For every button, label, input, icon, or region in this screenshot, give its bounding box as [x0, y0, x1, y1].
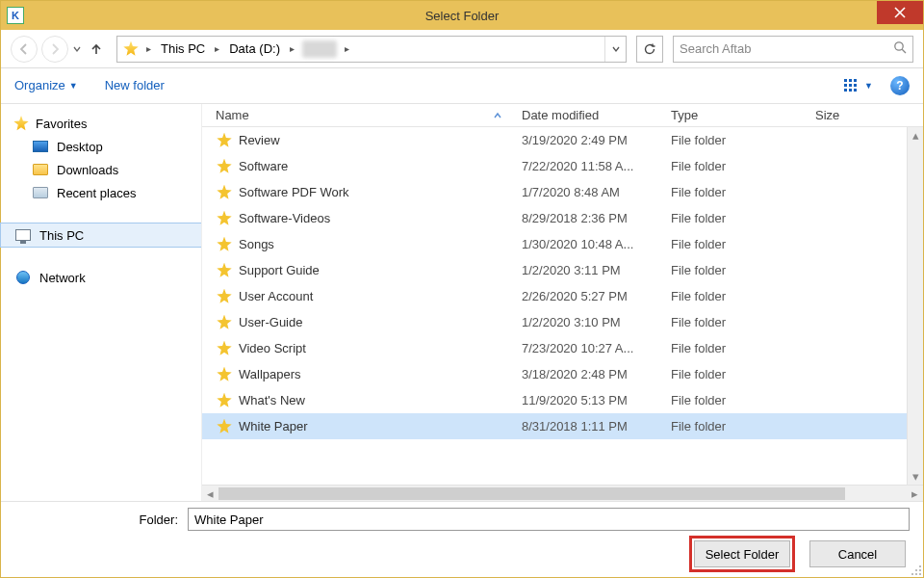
search-input[interactable]	[680, 41, 893, 56]
select-folder-button[interactable]: Select Folder	[694, 540, 790, 567]
file-row[interactable]: Support Guide1/2/2020 3:11 PMFile folder	[202, 257, 907, 283]
scroll-down-arrow[interactable]: ▾	[908, 468, 923, 485]
chevron-right-icon[interactable]: ▸	[341, 43, 353, 54]
file-row[interactable]: What's New11/9/2020 5:13 PMFile folder	[202, 387, 907, 413]
breadcrumb-drive-label: Data (D:)	[229, 41, 280, 56]
scroll-left-arrow[interactable]: ◂	[202, 486, 218, 502]
refresh-button[interactable]	[636, 36, 663, 63]
file-date: 1/2/2020 3:10 PM	[512, 315, 661, 329]
sidebar-item-network[interactable]: Network	[1, 266, 201, 289]
file-name: Songs	[239, 237, 274, 251]
forward-button[interactable]	[41, 36, 68, 63]
resize-grip[interactable]	[908, 562, 921, 575]
file-name: Wallpapers	[239, 367, 301, 381]
recent-locations-dropdown[interactable]	[72, 41, 82, 56]
breadcrumb-drive[interactable]: Data (D:)	[223, 37, 286, 62]
dialog-footer: Folder: Select Folder Cancel	[1, 501, 923, 577]
file-row[interactable]: Songs1/30/2020 10:48 A...File folder	[202, 231, 907, 257]
sidebar-desktop-label: Desktop	[57, 140, 103, 154]
help-button[interactable]: ?	[890, 76, 910, 95]
file-date: 1/7/2020 8:48 AM	[512, 185, 661, 199]
file-row[interactable]: White Paper8/31/2018 1:11 PMFile folder	[202, 413, 907, 439]
folder-name-row: Folder:	[14, 508, 910, 531]
view-options-button[interactable]: ▼	[844, 79, 873, 92]
file-type: File folder	[661, 159, 806, 173]
column-header-size[interactable]: Size	[806, 108, 863, 122]
folder-name-input[interactable]	[188, 508, 910, 531]
breadcrumb-history-dropdown[interactable]	[604, 37, 626, 62]
file-type: File folder	[661, 289, 806, 303]
breadcrumb-bar[interactable]: ▸ This PC ▸ Data (D:) ▸ ▸	[116, 36, 627, 63]
breadcrumb-redacted[interactable]	[302, 40, 337, 58]
file-type: File folder	[661, 237, 806, 251]
file-row[interactable]: Software PDF Work1/7/2020 8:48 AMFile fo…	[202, 179, 907, 205]
arrow-up-icon	[90, 42, 103, 56]
back-button[interactable]	[11, 36, 38, 63]
sidebar-item-desktop[interactable]: Desktop	[1, 135, 201, 158]
sidebar-favorites-header[interactable]: Favorites	[1, 112, 201, 135]
file-row[interactable]: Review3/19/2020 2:49 PMFile folder	[202, 127, 907, 153]
file-date: 8/31/2018 1:11 PM	[512, 419, 661, 434]
scroll-right-arrow[interactable]: ▸	[907, 486, 923, 502]
cancel-button[interactable]: Cancel	[809, 540, 906, 567]
column-header-type[interactable]: Type	[661, 108, 806, 122]
star-icon	[216, 159, 233, 174]
column-size-label: Size	[815, 108, 839, 122]
computer-icon	[14, 227, 32, 243]
file-date: 2/26/2020 5:27 PM	[512, 289, 661, 303]
column-date-label: Date modified	[522, 108, 599, 122]
sidebar-item-recent-places[interactable]: Recent places	[1, 181, 201, 204]
column-header-name[interactable]: Name	[202, 108, 512, 122]
star-icon	[216, 315, 233, 330]
star-icon	[216, 133, 233, 148]
scroll-up-arrow[interactable]: ▴	[908, 127, 923, 144]
file-type: File folder	[661, 133, 806, 147]
close-button[interactable]	[877, 1, 923, 24]
file-row[interactable]: Wallpapers3/18/2020 2:48 PMFile folder	[202, 361, 907, 387]
chevron-down-icon: ▼	[864, 81, 873, 91]
organize-menu[interactable]: Organize ▼	[14, 78, 78, 92]
file-name: Software-Videos	[239, 211, 330, 225]
file-date: 1/2/2020 3:11 PM	[512, 263, 661, 277]
chevron-right-icon[interactable]: ▸	[211, 43, 223, 54]
chevron-down-icon: ▼	[69, 81, 78, 91]
chevron-right-icon[interactable]: ▸	[142, 43, 155, 54]
file-type: File folder	[661, 263, 806, 277]
file-name: Review	[239, 133, 280, 147]
file-row[interactable]: Software-Videos8/29/2018 2:36 PMFile fol…	[202, 205, 907, 231]
new-folder-label: New folder	[105, 78, 165, 92]
navigation-sidebar: Favorites Desktop Downloads Recent place…	[1, 104, 201, 501]
file-name: Software	[239, 159, 288, 173]
file-row[interactable]: Software7/22/2020 11:58 A...File folder	[202, 153, 907, 179]
desktop-icon	[32, 139, 49, 154]
sidebar-item-this-pc[interactable]: This PC	[0, 223, 202, 248]
file-name: User-Guide	[239, 315, 302, 329]
star-icon	[216, 289, 233, 304]
file-row[interactable]: User-Guide1/2/2020 3:10 PMFile folder	[202, 309, 907, 335]
horizontal-scrollbar[interactable]: ◂ ▸	[202, 485, 923, 501]
search-box[interactable]	[673, 36, 913, 63]
file-name: Support Guide	[239, 263, 320, 277]
file-list-pane: Name Date modified Type Size Review3/19/…	[202, 104, 923, 501]
chevron-right-icon[interactable]: ▸	[286, 43, 298, 54]
file-date: 8/29/2018 2:36 PM	[512, 211, 661, 225]
svg-point-2	[895, 42, 903, 50]
new-folder-button[interactable]: New folder	[105, 78, 165, 92]
sidebar-downloads-label: Downloads	[57, 163, 118, 177]
file-row[interactable]: Video Script7/23/2020 10:27 A...File fol…	[202, 335, 907, 361]
column-header-date[interactable]: Date modified	[512, 108, 661, 122]
file-date: 11/9/2020 5:13 PM	[512, 393, 661, 407]
file-type: File folder	[661, 185, 806, 199]
arrow-left-icon	[18, 43, 30, 55]
hscroll-track[interactable]	[218, 487, 907, 500]
file-rows: Review3/19/2020 2:49 PMFile folderSoftwa…	[202, 127, 907, 485]
breadcrumb-this-pc[interactable]: This PC	[155, 37, 211, 62]
hscroll-thumb[interactable]	[218, 487, 845, 500]
file-date: 1/30/2020 10:48 A...	[512, 237, 661, 251]
up-button[interactable]	[86, 39, 107, 60]
sidebar-item-downloads[interactable]: Downloads	[1, 158, 201, 181]
vertical-scrollbar[interactable]: ▴ ▾	[907, 127, 923, 485]
file-row[interactable]: User Account2/26/2020 5:27 PMFile folder	[202, 283, 907, 309]
column-headers: Name Date modified Type Size	[202, 104, 923, 127]
file-date: 7/22/2020 11:58 A...	[512, 159, 661, 173]
